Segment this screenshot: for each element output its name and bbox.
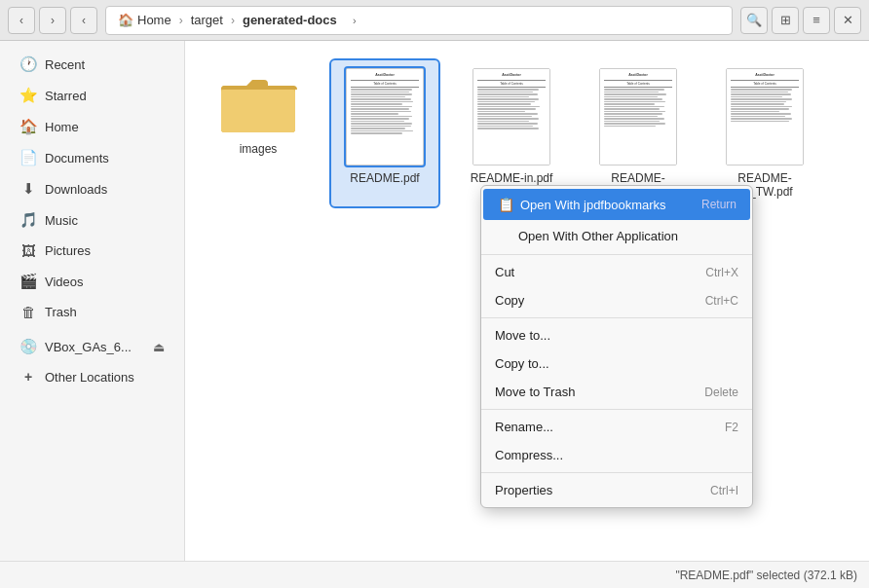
- breadcrumb-generated-docs[interactable]: generated-docs: [237, 11, 343, 29]
- breadcrumb-sep-1: ›: [179, 14, 183, 27]
- ctx-open-with-jpdfbookmarks[interactable]: 📋 Open With jpdfbookmarks Return: [483, 189, 750, 220]
- breadcrumb-expand-button[interactable]: ›: [345, 11, 364, 30]
- home-icon: 🏠: [118, 13, 133, 27]
- disc-icon: 💿: [19, 338, 37, 355]
- sidebar-item-music[interactable]: 🎵 Music: [4, 205, 180, 235]
- ctx-separator-2: [481, 317, 752, 318]
- statusbar: "README.pdf" selected (372.1 kB): [0, 561, 869, 588]
- sidebar-item-recent[interactable]: 🕐 Recent: [4, 50, 180, 79]
- downloads-icon: ⬇: [19, 180, 37, 198]
- jpdf-icon: 📋: [497, 196, 514, 213]
- recent-icon: 🕐: [19, 55, 37, 73]
- folder-thumbnail: [219, 68, 297, 136]
- ctx-move-to-trash-label: Move to Trash: [495, 385, 575, 399]
- other-locations-icon: +: [19, 369, 37, 385]
- ctx-move-to-trash[interactable]: Move to Trash Delete: [481, 378, 752, 406]
- sidebar-item-documents[interactable]: 📄 Documents: [4, 143, 180, 172]
- sidebar-item-starred-label: Starred: [45, 89, 87, 103]
- sidebar-item-downloads-label: Downloads: [45, 182, 107, 197]
- ctx-copy[interactable]: Copy Ctrl+C: [481, 286, 752, 314]
- folder-icon: [219, 68, 297, 136]
- search-button[interactable]: 🔍: [740, 7, 768, 34]
- ctx-move-to-label: Move to...: [495, 328, 550, 343]
- pdf-thumbnail-readme-in: AsciiDoctor Table of Contents: [472, 68, 550, 165]
- file-item-readme[interactable]: AsciiDoctor Table of Contents: [331, 60, 438, 206]
- titlebar-actions: 🔍 ⊞ ≡ ✕: [740, 7, 861, 34]
- statusbar-text: "README.pdf" selected (372.1 kB): [675, 569, 857, 582]
- pdf-thumbnail-readme-zh-tw: AsciiDoctor Table of Contents: [726, 68, 804, 165]
- sidebar-item-pictures-label: Pictures: [45, 243, 91, 258]
- pdf-preview-in: AsciiDoctor Table of Contents: [473, 69, 549, 165]
- ctx-rename[interactable]: Rename... F2: [481, 413, 752, 441]
- pdf-preview-zh-tw: AsciiDoctor Table of Contents: [727, 69, 803, 165]
- pictures-icon: 🖼: [19, 242, 37, 259]
- eject-icon[interactable]: ⏏: [153, 340, 165, 354]
- ctx-copy-to[interactable]: Copy to...: [481, 349, 752, 378]
- sidebar-item-downloads[interactable]: ⬇ Downloads: [4, 174, 180, 203]
- other-app-icon: [495, 227, 512, 244]
- sidebar-item-starred[interactable]: ⭐ Starred: [4, 81, 180, 110]
- ctx-copy-shortcut: Ctrl+C: [705, 294, 738, 308]
- home-sidebar-icon: 🏠: [19, 118, 37, 135]
- file-label-images: images: [240, 142, 278, 156]
- ctx-open-other-app[interactable]: Open With Other Application: [481, 220, 752, 251]
- ctx-other-app-group: Open With Other Application: [495, 227, 678, 244]
- documents-icon: 📄: [19, 149, 37, 166]
- sidebar-item-recent-label: Recent: [45, 57, 85, 72]
- ctx-separator-1: [481, 254, 752, 255]
- sidebar-item-music-label: Music: [45, 213, 78, 228]
- breadcrumb-target[interactable]: target: [185, 11, 229, 29]
- sidebar-item-videos[interactable]: 🎬 Videos: [4, 267, 180, 296]
- videos-icon: 🎬: [19, 273, 37, 290]
- file-item-images[interactable]: images: [205, 60, 312, 206]
- sidebar: 🕐 Recent ⭐ Starred 🏠 Home 📄 Documents ⬇ …: [0, 41, 185, 561]
- ctx-properties-label: Properties: [495, 483, 552, 497]
- pdf-preview: AsciiDoctor Table of Contents: [347, 69, 423, 165]
- ctx-cut[interactable]: Cut Ctrl+X: [481, 258, 752, 286]
- view-toggle-button[interactable]: ⊞: [772, 7, 799, 34]
- close-button[interactable]: ✕: [834, 7, 861, 34]
- breadcrumb-bar: 🏠 Home › target › generated-docs ›: [105, 6, 733, 35]
- ctx-cut-shortcut: Ctrl+X: [705, 266, 738, 279]
- sidebar-devices-section: 💿 VBox_GAs_6... ⏏: [0, 331, 184, 362]
- file-label-readme: README.pdf: [350, 171, 419, 185]
- ctx-copy-to-label: Copy to...: [495, 356, 549, 371]
- ctx-compress[interactable]: Compress...: [481, 441, 752, 469]
- breadcrumb-sep-2: ›: [231, 14, 235, 27]
- sidebar-item-vbox[interactable]: 💿 VBox_GAs_6... ⏏: [4, 332, 180, 361]
- file-label-readme-in: README-in.pdf: [471, 171, 553, 185]
- sidebar-item-trash[interactable]: 🗑 Trash: [4, 298, 180, 326]
- svg-rect-3: [221, 90, 295, 132]
- breadcrumb-target-label: target: [191, 13, 223, 27]
- main-layout: 🕐 Recent ⭐ Starred 🏠 Home 📄 Documents ⬇ …: [0, 41, 869, 561]
- prev-location-button[interactable]: ‹: [70, 7, 97, 34]
- titlebar: ‹ › ‹ 🏠 Home › target › generated-docs ›…: [0, 0, 869, 41]
- menu-button[interactable]: ≡: [803, 7, 830, 34]
- breadcrumb-home-label: Home: [137, 13, 171, 27]
- ctx-open-other-label: Open With Other Application: [518, 229, 678, 243]
- pdf-thumbnail-readme: AsciiDoctor Table of Contents: [346, 68, 424, 165]
- back-button[interactable]: ‹: [8, 7, 35, 34]
- ctx-properties[interactable]: Properties Ctrl+I: [481, 476, 752, 504]
- pdf-preview-zh-cn: AsciiDoctor Table of Contents: [600, 69, 676, 165]
- ctx-move-to[interactable]: Move to...: [481, 321, 752, 349]
- ctx-properties-shortcut: Ctrl+I: [710, 484, 738, 497]
- ctx-open-jpdf-label: Open With jpdfbookmarks: [520, 198, 666, 212]
- sidebar-item-videos-label: Videos: [45, 275, 84, 289]
- ctx-rename-shortcut: F2: [725, 421, 738, 434]
- breadcrumb-generated-docs-label: generated-docs: [243, 13, 337, 27]
- breadcrumb-home[interactable]: 🏠 Home: [112, 11, 177, 29]
- ctx-separator-3: [481, 409, 752, 410]
- forward-button[interactable]: ›: [39, 7, 66, 34]
- ctx-compress-label: Compress...: [495, 448, 563, 462]
- ctx-copy-label: Copy: [495, 293, 524, 308]
- ctx-cut-label: Cut: [495, 265, 514, 279]
- ctx-rename-label: Rename...: [495, 420, 553, 434]
- sidebar-item-home-label: Home: [45, 120, 79, 134]
- sidebar-item-pictures[interactable]: 🖼 Pictures: [4, 237, 180, 265]
- ctx-label-group: 📋 Open With jpdfbookmarks: [497, 196, 666, 213]
- sidebar-item-home[interactable]: 🏠 Home: [4, 112, 180, 141]
- sidebar-item-other-locations[interactable]: + Other Locations: [4, 363, 180, 390]
- sidebar-item-other-locations-label: Other Locations: [45, 370, 134, 385]
- sidebar-item-vbox-label: VBox_GAs_6...: [45, 340, 132, 354]
